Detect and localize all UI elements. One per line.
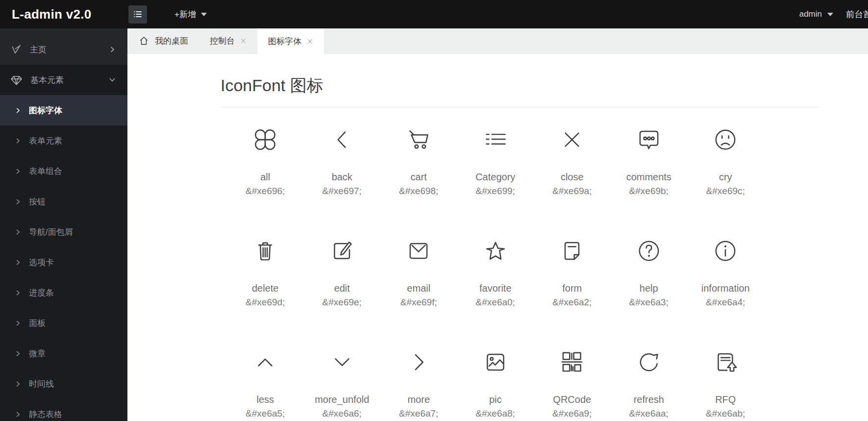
sidebar-item-label: 基本元素: [30, 74, 64, 86]
icon-code: &#xe6ab;: [687, 408, 764, 419]
icon-grid: all &#xe696; back &#xe697; cart &#xe698;…: [227, 125, 819, 421]
icon-code: &#xe6a0;: [457, 297, 534, 307]
icon-code: &#xe6a8;: [457, 408, 534, 419]
close-x-icon: [534, 125, 611, 154]
icon-label: cart: [380, 172, 457, 182]
chevron-right-icon: [380, 348, 457, 376]
sidebar-item-tabs[interactable]: 选项卡: [0, 247, 127, 277]
icon-label: form: [534, 283, 611, 294]
trash-icon: [227, 237, 304, 265]
rfq-document-icon: [687, 348, 764, 376]
icon-code: &#xe696;: [227, 186, 304, 196]
icon-label: all: [227, 172, 304, 182]
back-icon: [304, 125, 381, 154]
close-icon[interactable]: [307, 38, 313, 45]
sidebar-item-label: 面板: [29, 318, 46, 329]
add-new-button[interactable]: +新增: [174, 9, 207, 20]
icon-cell-cry: cry &#xe69c;: [687, 125, 764, 237]
sidebar-item-form-elements[interactable]: 表单元素: [0, 125, 127, 156]
icon-code: &#xe698;: [380, 186, 457, 196]
tab-my-desktop[interactable]: 我的桌面: [127, 28, 199, 53]
refresh-icon: [611, 348, 688, 376]
icon-cell-back: back &#xe697;: [304, 125, 381, 237]
admin-menu[interactable]: admin: [799, 9, 833, 19]
icon-code: &#xe6aa;: [611, 408, 688, 419]
chevron-right-icon: [15, 229, 21, 235]
category-list-icon: [457, 125, 534, 154]
chevron-right-icon: [15, 259, 21, 266]
sidebar-item-badges[interactable]: 微章: [0, 338, 127, 369]
icon-label: email: [380, 283, 457, 294]
sidebar-item-label: 静态表格: [29, 409, 62, 420]
icon-cell-all: all &#xe696;: [227, 125, 304, 237]
sidebar-item-static-table[interactable]: 静态表格: [0, 399, 127, 421]
sidebar-item-progress[interactable]: 进度条: [0, 277, 127, 308]
icon-cell-help: help &#xe6a3;: [611, 237, 688, 348]
icon-label: less: [227, 394, 304, 405]
chevron-right-icon: [15, 198, 21, 205]
sidebar-item-form-groups[interactable]: 表单组合: [0, 156, 127, 186]
help-question-icon: [611, 237, 688, 265]
icon-label: pic: [457, 394, 534, 405]
icon-code: &#xe6a6;: [304, 408, 381, 419]
chevron-right-icon: [15, 290, 21, 296]
home-icon: [138, 35, 149, 47]
sidebar-item-basic-elements[interactable]: 基本元素: [0, 65, 127, 95]
icon-cell-close: close &#xe69a;: [534, 125, 611, 237]
chevron-right-icon: [15, 168, 21, 174]
menu-list-icon: [132, 9, 143, 20]
main-content: IconFont 图标 all &#xe696; back &#xe697; c…: [127, 54, 868, 421]
edit-pencil-icon: [304, 237, 381, 265]
sidebar-item-home[interactable]: 主页: [0, 34, 127, 65]
sidebar-item-timeline[interactable]: 时间线: [0, 369, 127, 399]
icon-code: &#xe699;: [457, 186, 534, 196]
icon-cell-form: form &#xe6a2;: [534, 237, 611, 348]
sidebar-toggle-button[interactable]: [128, 5, 147, 24]
all-icon: [227, 125, 304, 154]
icon-code: &#xe6a9;: [534, 408, 611, 419]
icon-code: &#xe6a3;: [611, 297, 688, 307]
tab-bar: 我的桌面 控制台 图标字体: [127, 28, 868, 54]
chevron-right-icon: [15, 320, 21, 326]
icon-cell-information: information &#xe6a4;: [687, 237, 764, 348]
sidebar-item-label: 选项卡: [29, 257, 54, 268]
icon-cell-pic: pic &#xe6a8;: [457, 348, 534, 421]
tab-icon-font[interactable]: 图标字体: [257, 28, 324, 54]
chevron-down-icon: [304, 348, 381, 376]
tab-console[interactable]: 控制台: [199, 28, 257, 53]
icon-label: more_unfold: [304, 394, 381, 405]
email-envelope-icon: [380, 237, 457, 265]
sidebar-item-icon-font[interactable]: 图标字体: [0, 95, 127, 125]
sidebar-item-label: 时间线: [29, 378, 54, 390]
front-site-link[interactable]: 前台首页: [846, 8, 868, 20]
form-document-icon: [534, 237, 611, 265]
sidebar-item-label: 导航/面包屑: [29, 226, 73, 238]
chevron-right-icon: [15, 411, 21, 418]
icon-cell-more: more &#xe6a7;: [380, 348, 457, 421]
icon-cell-rfq: RFQ &#xe6ab;: [687, 348, 764, 421]
icon-cell-email: email &#xe69f;: [380, 237, 457, 348]
icon-cell-favorite: favorite &#xe6a0;: [457, 237, 534, 348]
icon-cell-delete: delete &#xe69d;: [227, 237, 304, 348]
icon-code: &#xe6a7;: [380, 408, 457, 419]
icon-code: &#xe6a4;: [687, 297, 764, 307]
add-new-label: +新增: [174, 9, 196, 20]
tab-label: 控制台: [210, 35, 235, 47]
sidebar-item-panels[interactable]: 面板: [0, 308, 127, 338]
icon-code: &#xe6a5;: [227, 408, 304, 419]
sidebar-item-label: 表单元素: [29, 135, 62, 147]
sidebar-item-label: 进度条: [29, 287, 54, 298]
close-icon[interactable]: [240, 38, 247, 44]
sidebar-item-label: 图标字体: [29, 105, 62, 116]
chevron-right-icon: [15, 138, 21, 144]
chevron-right-icon: [15, 381, 21, 387]
icon-label: delete: [227, 283, 304, 294]
icon-cell-category: Category &#xe699;: [457, 125, 534, 237]
cart-icon: [380, 125, 457, 154]
sidebar-item-nav-breadcrumb[interactable]: 导航/面包屑: [0, 217, 127, 247]
icon-code: &#xe6a2;: [534, 297, 611, 307]
chevron-down-icon: [109, 76, 116, 83]
icon-cell-edit: edit &#xe69e;: [304, 237, 381, 348]
sidebar-item-buttons[interactable]: 按钮: [0, 186, 127, 217]
icon-cell-refresh: refresh &#xe6aa;: [611, 348, 688, 421]
